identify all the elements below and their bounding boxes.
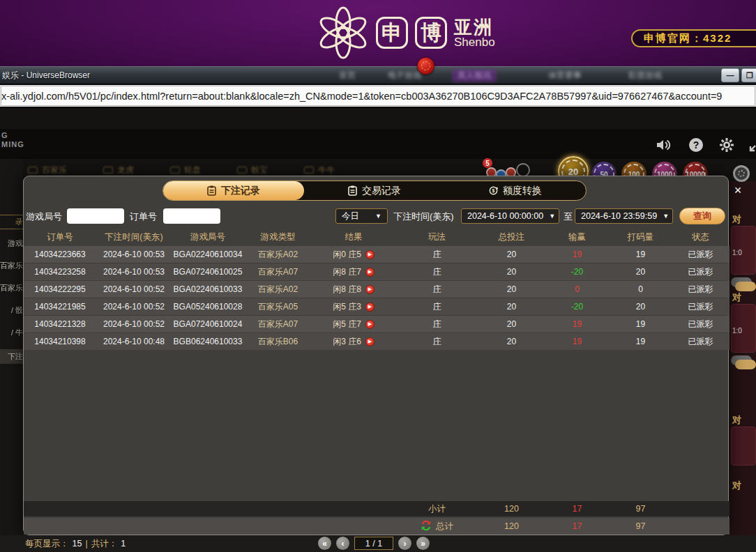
cell-status: 已派彩 <box>672 301 729 313</box>
column-header: 下注时间(美东) <box>96 231 172 243</box>
maximize-button[interactable]: ❐ <box>741 68 756 82</box>
category-tab[interactable]: 骰宝 <box>237 163 268 177</box>
cell-winloss: 19 <box>545 337 610 346</box>
game-round-input[interactable] <box>67 208 124 224</box>
svg-text:$: $ <box>492 188 495 194</box>
category-icon <box>103 167 113 174</box>
replay-play-button[interactable]: ▶ <box>365 268 375 277</box>
total-value: 1 <box>121 539 126 549</box>
replay-play-button[interactable]: ▶ <box>365 285 375 294</box>
search-button[interactable]: 查询 <box>679 208 725 224</box>
cell-total-bet: 20 <box>478 284 545 294</box>
date-to-value: 2024-6-10 23:59:59 <box>581 211 657 221</box>
cell-order: 14034210398 <box>24 337 96 346</box>
prev-page-button[interactable]: ‹ <box>336 537 349 550</box>
fullscreen-icon[interactable] <box>748 137 756 153</box>
replay-play-button[interactable]: ▶ <box>365 337 375 346</box>
currency-swap-icon[interactable] <box>421 520 432 533</box>
table-row: 140342232582024-6-10 00:53BGA07240610025… <box>24 263 729 280</box>
next-page-button[interactable]: › <box>398 537 411 550</box>
service-float-icon[interactable] <box>417 57 434 75</box>
url-input[interactable]: x-ali.ydjol.com/h5V01/pc/index.html?retu… <box>1 86 755 106</box>
tab-credit-transfer[interactable]: $额度转换 <box>445 181 586 200</box>
first-page-button[interactable]: « <box>318 537 331 550</box>
nav-item-blurred: 首页 <box>333 69 361 82</box>
result-text: 闲8 庄8 <box>333 284 361 296</box>
replay-play-button[interactable]: ▶ <box>365 320 375 329</box>
brand-char-bo: 博 <box>415 17 447 49</box>
flower-icon <box>317 6 369 60</box>
sidebar-item-fragment[interactable]: 录 <box>0 215 23 229</box>
date-from-value: 2024-6-10 00:00:00 <box>467 211 543 221</box>
sidebar-item-fragment[interactable]: 百家乐 <box>0 261 23 271</box>
filter-row: 游戏局号 订单号 今日▼ 下注时间(美东) 2024-6-10 00:00:00… <box>24 207 729 225</box>
site-banner: 申 博 亚洲 Shenbo 申博官网：4322 <box>0 0 756 66</box>
cell-time: 2024-6-10 00:52 <box>96 319 172 329</box>
cell-time: 2024-6-10 00:53 <box>96 250 172 259</box>
bet-table-body: 140342236632024-6-10 00:53BGA02240610034… <box>24 246 729 351</box>
cell-round: BGA07240610025 <box>172 267 244 277</box>
cell-status: 已派彩 <box>672 266 729 278</box>
column-header: 打码量 <box>610 231 672 243</box>
date-to-select[interactable]: 2024-6-10 23:59:59▼ <box>575 208 673 224</box>
cell-turnover: 20 <box>610 267 672 277</box>
url-text: x-ali.ydjol.com/h5V01/pc/index.html?retu… <box>1 91 722 102</box>
chip-clear-button[interactable] <box>516 163 530 177</box>
sum-total-bet: 120 <box>478 504 545 514</box>
sidebar-item-fragment[interactable]: / 牛 <box>0 328 23 338</box>
cell-order: 14034221328 <box>24 319 96 329</box>
date-range-value: 今日 <box>342 210 359 222</box>
category-tab[interactable]: 牛牛 <box>304 163 335 177</box>
cell-time: 2024-6-10 00:52 <box>96 302 172 312</box>
odds-fragment: 1:0 <box>732 327 742 335</box>
cell-time: 2024-6-10 00:53 <box>96 267 172 277</box>
cell-play: 庄 <box>395 301 478 313</box>
settings-gear-icon[interactable] <box>718 137 735 153</box>
nav-item-blurred: 真人视讯 <box>452 69 497 82</box>
pill-button-fragment[interactable] <box>735 282 756 291</box>
cell-round: BGA02240610034 <box>172 250 244 259</box>
bet-area-fragment: 对 <box>732 414 741 427</box>
category-tab[interactable]: 龙虎 <box>103 163 134 177</box>
table-header-row: 订单号下注时间(美东)游戏局号游戏类型结果玩法总投注输赢打码量状态 <box>24 229 729 245</box>
sum-label-text: 总计 <box>436 521 453 532</box>
tab-transaction-records[interactable]: 交易记录 <box>304 181 445 200</box>
table-row: 140342219852024-6-10 00:52BGA05240610028… <box>24 298 729 315</box>
category-tab[interactable]: 轮盘 <box>170 163 201 177</box>
date-range-select[interactable]: 今日▼ <box>335 208 388 224</box>
cell-play: 庄 <box>395 284 478 296</box>
sum-winloss: 17 <box>545 521 610 531</box>
minimize-button[interactable]: — <box>721 68 739 82</box>
close-icon[interactable]: × <box>730 183 746 198</box>
sidebar-item-fragment[interactable]: / 骰 <box>0 305 23 316</box>
replay-play-button[interactable]: ▶ <box>365 302 375 312</box>
column-header: 输赢 <box>545 231 610 243</box>
category-tab[interactable]: 百家乐 <box>28 163 67 177</box>
cell-status: 已派彩 <box>672 319 729 330</box>
cell-result: 闲5 庄7▶ <box>312 319 395 330</box>
replay-play-button[interactable]: ▶ <box>365 250 375 259</box>
column-header: 游戏局号 <box>172 231 244 243</box>
cell-time: 2024-6-10 00:52 <box>96 284 172 294</box>
order-input[interactable] <box>163 208 220 224</box>
chevron-down-icon: ▼ <box>549 213 555 220</box>
cell-game-type: 百家乐A05 <box>244 301 312 313</box>
cell-game-type: 百家乐B06 <box>244 336 312 348</box>
date-from-select[interactable]: 2024-6-10 00:00:00▼ <box>461 208 559 224</box>
sound-icon[interactable] <box>654 137 671 153</box>
result-text: 闲5 庄3 <box>333 301 361 313</box>
sidebar-item-fragment[interactable]: 百家乐 <box>0 283 23 293</box>
cell-winloss: 0 <box>545 284 610 294</box>
brand-region: 亚洲 Shenbo <box>454 18 495 48</box>
last-page-button[interactable]: » <box>416 537 430 550</box>
total-label: 共计： <box>91 538 118 550</box>
cell-play: 庄 <box>395 336 478 348</box>
coin-transfer-icon: $ <box>489 185 498 196</box>
sidebar-item-fragment[interactable]: 下注 <box>0 349 23 364</box>
pill-button-fragment[interactable] <box>735 360 756 369</box>
help-icon[interactable]: ? <box>688 137 704 153</box>
poker-chip-icon[interactable] <box>733 165 750 182</box>
category-label: 骰宝 <box>251 164 268 176</box>
sidebar-item-fragment[interactable]: 游戏 <box>0 238 23 249</box>
tab-bet-records[interactable]: 下注记录 <box>163 181 304 200</box>
